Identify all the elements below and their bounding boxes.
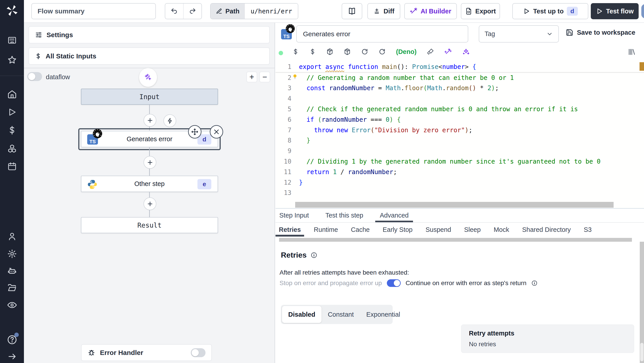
ai-wand-icon[interactable] <box>444 48 452 56</box>
code-line-11[interactable]: 11 return 1 / randomNumber; <box>276 167 644 177</box>
step-node-other-step[interactable]: Other step e <box>81 176 218 192</box>
continue-on-error-toggle[interactable] <box>387 279 401 287</box>
input-node[interactable]: Input <box>81 89 218 105</box>
subtab-cache[interactable]: Cache <box>348 223 373 236</box>
library-icon[interactable] <box>627 48 636 56</box>
path-value: u/henri/err <box>251 8 292 15</box>
redo-button[interactable] <box>184 4 202 19</box>
retry-mode-exponential[interactable]: Exponential <box>360 306 406 323</box>
code-line-2[interactable]: 2 // Generating a random number that can… <box>276 73 644 83</box>
zoom-out-button[interactable]: − <box>260 72 270 82</box>
error-handler-toggle[interactable] <box>191 348 206 357</box>
code-line-6[interactable]: 6 if (randomNumber === 0) { <box>276 114 644 125</box>
insert-step-button[interactable] <box>144 156 156 169</box>
zoom-in-button[interactable]: + <box>246 72 257 82</box>
help-question-icon[interactable] <box>0 334 24 345</box>
deno-indicator[interactable]: (Deno) <box>396 48 416 56</box>
test-up-to-button[interactable]: Test up to d <box>512 3 588 19</box>
code-line-13[interactable]: 13 <box>276 188 644 198</box>
path-value-field[interactable]: u/henri/err <box>245 4 298 19</box>
info-icon[interactable] <box>310 252 317 258</box>
export-button[interactable]: Export <box>461 3 500 19</box>
settings-gear-icon[interactable] <box>0 249 24 259</box>
windmill-logo-icon[interactable] <box>0 4 24 18</box>
delete-step-button[interactable] <box>210 125 223 139</box>
info-icon[interactable] <box>531 280 538 286</box>
folders-icon[interactable] <box>0 283 24 293</box>
code-line-8[interactable]: 8 } <box>276 135 644 146</box>
code-line-5[interactable]: 5 // Check if the generated random numbe… <box>276 104 644 114</box>
refresh-icon[interactable] <box>361 48 368 55</box>
subtab-sleep[interactable]: Sleep <box>461 223 484 236</box>
result-node[interactable]: Result <box>81 217 218 233</box>
workspace-building-icon[interactable] <box>0 35 24 45</box>
zoom-out-label: − <box>262 72 267 82</box>
tab-step-input[interactable]: Step Input <box>276 209 313 222</box>
error-handler-card[interactable]: Error Handler <box>81 344 212 361</box>
tag-select[interactable]: Tag <box>479 25 559 43</box>
code-line-3[interactable]: 3 const randomNumber = Math.floor(Math.r… <box>276 83 644 94</box>
package-icon[interactable] <box>344 48 351 55</box>
variables-dollar-icon[interactable] <box>292 48 299 55</box>
home-icon[interactable] <box>0 89 24 99</box>
format-brush-icon[interactable] <box>427 48 434 55</box>
dataflow-toggle[interactable] <box>27 72 42 81</box>
flow-summary-input[interactable]: Flow summary <box>31 3 156 19</box>
audit-eye-icon[interactable] <box>0 300 24 310</box>
user-icon[interactable] <box>0 232 24 241</box>
schedules-calendar-icon[interactable] <box>0 162 24 171</box>
runs-play-icon[interactable] <box>0 107 24 117</box>
code-line-12[interactable]: 12} <box>276 177 644 188</box>
retry-mode-constant[interactable]: Constant <box>322 306 360 323</box>
subtab-shared-directory[interactable]: Shared Directory <box>519 223 574 236</box>
insert-step-button[interactable] <box>144 197 156 210</box>
flow-settings-label: Settings <box>46 31 73 39</box>
code-editor[interactable]: 1export async function main(): Promise<n… <box>276 61 644 209</box>
sparkles-icon[interactable] <box>462 48 470 56</box>
variables-dollar-icon[interactable] <box>0 126 24 135</box>
insert-step-button[interactable] <box>144 114 156 127</box>
save-to-workspace-button[interactable]: Save to workspace <box>566 29 635 36</box>
user-avatar[interactable] <box>641 4 644 18</box>
lightbulb-icon[interactable] <box>292 73 298 80</box>
collapse-arrow-right-icon[interactable] <box>0 352 24 361</box>
editor-horizontal-scrollbar[interactable] <box>295 202 614 208</box>
code-line-10[interactable]: 10 // Dividing 1 by the generated random… <box>276 156 644 167</box>
subtab-early-stop[interactable]: Early Stop <box>379 223 416 236</box>
diff-button[interactable]: Diff <box>368 3 400 19</box>
add-trigger-button[interactable] <box>164 114 176 127</box>
resources-cubes-icon[interactable] <box>0 144 24 154</box>
step-name-input[interactable]: Generates error <box>296 25 468 43</box>
subtab-mock[interactable]: Mock <box>490 223 512 236</box>
undo-button[interactable] <box>165 4 184 19</box>
workers-robot-icon[interactable] <box>0 266 24 276</box>
subtabs-horizontal-scrollbar[interactable] <box>279 238 632 242</box>
ai-flow-wand-button[interactable] <box>139 68 157 87</box>
left-sidebar <box>0 0 24 363</box>
docs-button[interactable] <box>342 3 362 19</box>
subtab-s3[interactable]: S3 <box>580 223 595 236</box>
subtab-suspend[interactable]: Suspend <box>422 223 454 236</box>
reload-icon[interactable] <box>378 48 386 55</box>
code-line-4[interactable]: 4 <box>276 93 644 104</box>
flow-settings-button[interactable]: Settings <box>28 26 270 44</box>
ai-builder-button[interactable]: AI Builder <box>404 3 457 19</box>
code-line-9[interactable]: 9 <box>276 146 644 156</box>
tab-advanced[interactable]: Advanced <box>375 209 413 222</box>
code-line-7[interactable]: 7 throw new Error("Division by zero erro… <box>276 125 644 135</box>
test-flow-button[interactable]: Test flow <box>591 3 639 19</box>
scrollbar-thumb[interactable] <box>640 343 644 361</box>
favorites-star-icon[interactable] <box>0 55 24 65</box>
move-step-button[interactable] <box>188 125 202 139</box>
code-line-1[interactable]: 1export async function main(): Promise<n… <box>276 62 644 73</box>
tab-test-this-step[interactable]: Test this step <box>321 209 368 222</box>
subtab-retries[interactable]: Retries <box>276 223 304 236</box>
static-inputs-button[interactable]: All Static Inputs <box>28 48 270 65</box>
path-button[interactable]: Path <box>211 4 245 19</box>
subtab-runtime[interactable]: Runtime <box>310 223 341 236</box>
package-icon[interactable] <box>326 48 334 55</box>
resources-dollar-icon[interactable] <box>309 48 316 55</box>
retry-mode-disabled[interactable]: Disabled <box>282 306 322 323</box>
stop-on-error-label[interactable]: Stop on error and propagate error up <box>280 279 382 287</box>
panel-vertical-scrollbar[interactable] <box>640 242 644 363</box>
